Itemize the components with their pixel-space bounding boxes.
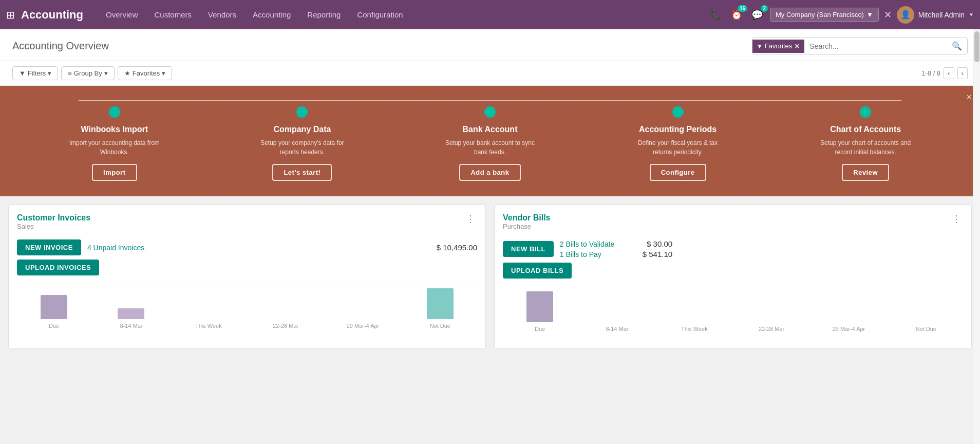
page-title-row: Accounting Overview ▼ Favorites ✕ 🔍 — [12, 38, 968, 61]
nav-configuration[interactable]: Configuration — [350, 7, 410, 22]
customer-invoices-header: Customer Invoices Sales — [17, 213, 90, 237]
step-dot-periods — [672, 106, 684, 118]
messages-icon[interactable]: 💬 2 — [749, 7, 765, 23]
filters-button[interactable]: ▼ Filters ▾ — [12, 66, 58, 80]
chart-bar-group: Not Due — [403, 288, 477, 329]
company-selector[interactable]: My Company (San Francisco) ▼ — [770, 8, 879, 22]
grid-icon[interactable]: ⊞ — [6, 9, 15, 21]
search-submit-button[interactable]: 🔍 — [947, 38, 967, 54]
chart-label: Due — [535, 326, 545, 332]
upload-bills-button[interactable]: UPLOAD BILLS — [503, 263, 572, 279]
step-dot-accounts — [860, 106, 871, 118]
customer-invoices-menu-icon[interactable]: ⋮ — [464, 213, 477, 225]
banner-steps: Winbooks Import Import your accounting d… — [21, 101, 959, 181]
favorites-button[interactable]: ★ Favorites ▾ — [118, 66, 172, 80]
chart-bar-group: 8-14 Mar — [94, 308, 168, 329]
pagination-next[interactable]: › — [957, 67, 968, 79]
step-title-periods: Accounting Periods — [639, 125, 717, 134]
banner-step-periods: Accounting Periods Define your fiscal ye… — [584, 106, 772, 181]
close-icon[interactable]: ✕ — [884, 9, 892, 21]
vendor-bills-chart: Due8-14 MarThis Week22-28 Mar29 Mar-4 Ap… — [503, 286, 963, 332]
chart-label: 22-28 Mar — [759, 326, 784, 332]
nav-overview[interactable]: Overview — [99, 7, 145, 22]
messages-badge: 2 — [761, 5, 768, 12]
groupby-button[interactable]: ≡ Group By ▾ — [61, 66, 115, 80]
upload-bills-row: UPLOAD BILLS — [503, 263, 963, 279]
step-btn-periods[interactable]: Configure — [650, 164, 706, 181]
banner-step-accounts: Chart of Accounts Setup your chart of ac… — [771, 106, 959, 181]
banner-step-bank: Bank Account Setup your bank account to … — [396, 106, 584, 181]
user-caret: ▼ — [969, 12, 974, 17]
nav-customers[interactable]: Customers — [147, 7, 199, 22]
favorites-caret: ▾ — [162, 69, 165, 77]
new-bill-row: NEW BILL 2 Bills to Validate $ 30.00 1 B… — [503, 239, 963, 258]
chart-bar-group: 8-14 Mar — [580, 322, 654, 332]
step-btn-company[interactable]: Let's start! — [272, 164, 332, 181]
setup-banner: × Winbooks Import Import your accounting… — [0, 86, 980, 196]
chart-bar-group: 22-28 Mar — [249, 319, 323, 329]
customer-invoices-title: Customer Invoices — [17, 213, 90, 223]
step-desc-winbooks: Import your accounting data from Winbook… — [68, 138, 161, 157]
step-btn-accounts[interactable]: Review — [842, 164, 889, 181]
search-filter-tag: ▼ Favorites ✕ — [752, 40, 804, 53]
chart-bar — [41, 295, 67, 319]
chart-label: 29 Mar-4 Apr — [347, 323, 380, 329]
nav-reporting[interactable]: Reporting — [300, 7, 348, 22]
nav-accounting[interactable]: Accounting — [246, 7, 298, 22]
upload-invoices-button[interactable]: UPLOAD INVOICES — [17, 260, 99, 275]
search-tag-close[interactable]: ✕ — [794, 42, 800, 50]
bill-status-rows: 2 Bills to Validate $ 30.00 1 Bills to P… — [560, 239, 672, 258]
new-invoice-button[interactable]: NEW INVOICE — [17, 239, 81, 255]
customer-invoices-chart: Due8-14 MarThis Week22-28 Mar29 Mar-4 Ap… — [17, 283, 477, 329]
user-menu[interactable]: 👤 Mitchell Admin ▼ — [897, 6, 974, 24]
step-title-winbooks: Winbooks Import — [81, 125, 148, 134]
banner-step-winbooks: Winbooks Import Import your accounting d… — [21, 106, 209, 181]
pagination: 1-8 / 8 ‹ › — [921, 67, 968, 79]
vendor-bills-title: Vendor Bills — [503, 213, 550, 223]
vendor-bills-actions: NEW BILL 2 Bills to Validate $ 30.00 1 B… — [503, 239, 963, 279]
chart-label: Due — [49, 323, 59, 329]
chart-label: 22-28 Mar — [273, 323, 298, 329]
step-dot-company — [296, 106, 308, 118]
vendor-bills-menu-icon[interactable]: ⋮ — [950, 213, 963, 225]
phone-icon[interactable]: 📞 — [708, 7, 724, 23]
nav-vendors[interactable]: Vendors — [201, 7, 243, 22]
filters-label: Filters — [28, 69, 46, 77]
page-header: Accounting Overview ▼ Favorites ✕ 🔍 — [0, 29, 980, 61]
step-btn-bank[interactable]: Add a bank — [459, 164, 520, 181]
step-btn-winbooks[interactable]: Import — [92, 164, 137, 181]
unpaid-invoices-amount: $ 10,495.00 — [437, 243, 477, 252]
scrollbar-thumb[interactable] — [974, 31, 979, 62]
avatar: 👤 — [897, 6, 914, 24]
pay-bills-amount: $ 541.10 — [643, 250, 672, 258]
new-bill-button[interactable]: NEW BILL — [503, 241, 554, 257]
customer-invoices-card: Customer Invoices Sales ⋮ NEW INVOICE 4 … — [8, 205, 486, 348]
nav-links: Overview Customers Vendors Accounting Re… — [99, 7, 708, 22]
filter-funnel-icon: ▼ — [757, 43, 763, 50]
banner-close-button[interactable]: × — [966, 92, 972, 103]
vendor-bills-card: Vendor Bills Purchase ⋮ NEW BILL 2 Bills… — [494, 205, 972, 348]
chart-label: Not Due — [430, 323, 450, 329]
card-header-customer: Customer Invoices Sales ⋮ — [17, 213, 477, 237]
scrollbar[interactable] — [973, 29, 980, 348]
step-desc-bank: Setup your bank account to sync bank fee… — [444, 138, 536, 157]
filter-actions: ▼ Filters ▾ ≡ Group By ▾ ★ Favorites ▾ — [12, 66, 172, 80]
chart-bar-group: Not Due — [889, 322, 963, 332]
search-input[interactable] — [804, 39, 947, 53]
chart-label: This Week — [195, 323, 222, 329]
chart-bar-group: 22-28 Mar — [734, 322, 808, 332]
chart-label: 29 Mar-4 Apr — [833, 326, 865, 332]
unpaid-invoices-link[interactable]: 4 Unpaid Invoices — [87, 244, 144, 252]
step-title-bank: Bank Account — [462, 125, 517, 134]
pagination-prev[interactable]: ‹ — [944, 67, 954, 79]
chart-bar-group: Due — [503, 291, 577, 332]
step-dot-winbooks — [109, 106, 120, 118]
validate-bills-link[interactable]: 2 Bills to Validate — [560, 240, 614, 248]
company-name: My Company (San Francisco) — [776, 11, 864, 18]
chart-bar-group: 29 Mar-4 Apr — [326, 319, 400, 329]
chart-bar — [118, 308, 144, 319]
pay-bills-link[interactable]: 1 Bills to Pay — [560, 250, 601, 258]
filters-caret: ▾ — [48, 69, 51, 77]
customer-invoices-subtitle: Sales — [17, 223, 90, 230]
activities-icon[interactable]: ⏰ 16 — [729, 7, 744, 23]
